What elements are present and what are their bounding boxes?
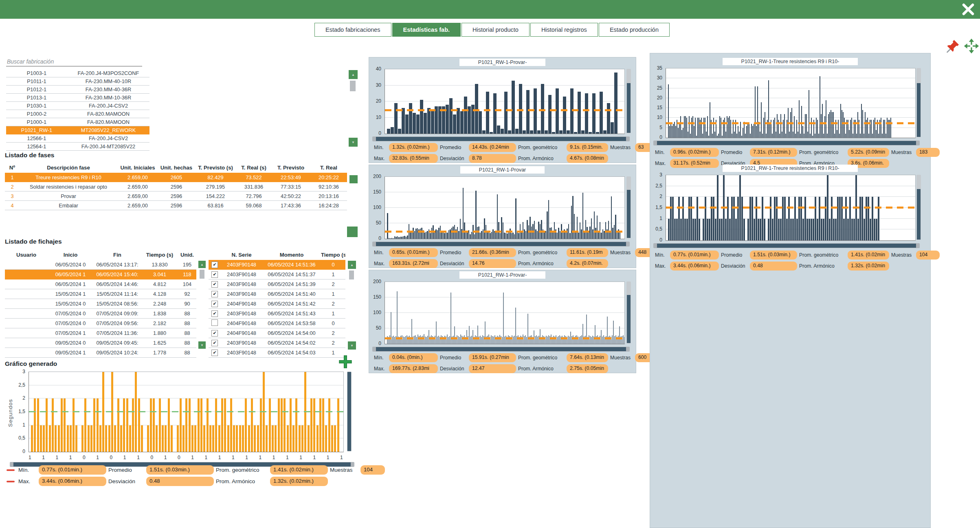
checkbox[interactable]: ✔ [209, 330, 221, 337]
scrollbar-thumb[interactable] [350, 81, 356, 91]
move-icon[interactable] [964, 38, 979, 54]
checkbox[interactable]: ✔ [209, 281, 221, 288]
scroll-up-icon[interactable]: ▲ [348, 261, 356, 269]
close-icon[interactable] [960, 2, 976, 17]
table-row[interactable]: ✔2404F9014806/05/2024 14:54:002 [209, 328, 345, 338]
checkbox[interactable]: ✔ [209, 261, 221, 268]
cell: 06/05/2024 1 [48, 271, 93, 277]
tab-estado-producci-n[interactable]: Estado producción [599, 23, 670, 37]
green-square-button[interactable] [347, 227, 358, 237]
checkbox-box[interactable]: ✔ [211, 291, 218, 297]
table-row[interactable]: 2404F9014806/05/2024 14:53:580 [209, 319, 345, 328]
scrollbar-thumb[interactable] [349, 271, 354, 279]
v-scrollbar[interactable] [626, 69, 631, 133]
cell: 4.128 [141, 291, 178, 297]
search-input[interactable] [6, 57, 142, 66]
checkbox-box[interactable] [211, 319, 218, 326]
table-row[interactable]: 07/05/2024 007/05/2024 09:56:2.18288 [5, 319, 196, 328]
checkbox[interactable]: ✔ [209, 339, 221, 346]
table-row[interactable]: 15/05/2024 115/05/2024 11:14:4.12892 [5, 289, 196, 299]
scroll-down-icon[interactable]: ▼ [349, 138, 358, 147]
checkbox-box[interactable]: ✔ [211, 330, 218, 337]
checkbox-box[interactable]: ✔ [211, 271, 218, 278]
table-row[interactable]: 12566-1FA-200.J4-CSV2 [6, 134, 149, 143]
table-row[interactable]: ✔2403F9014806/05/2024 14:51:371 [209, 270, 345, 279]
table-row[interactable]: 1Treure resistencies R9 i R102.659,00260… [5, 173, 347, 182]
checkbox-box[interactable]: ✔ [211, 281, 218, 288]
checkbox-box[interactable]: ✔ [211, 340, 218, 346]
table-row[interactable]: P1021_RW-1MT2085V22_REWORK [6, 126, 149, 134]
scrollbar-thumb[interactable] [200, 270, 204, 279]
tab-estado-fabricaciones[interactable]: Estado fabricaciones [314, 23, 391, 37]
checkbox[interactable]: ✔ [209, 300, 221, 307]
table-row[interactable]: 06/05/2024 006/05/2024 13:17:13.830195 [5, 260, 196, 270]
scroll-down-icon[interactable]: ▼ [198, 341, 206, 349]
checkbox[interactable]: ✔ [209, 290, 221, 297]
table-row[interactable]: 12564-1FA-200.J4-MT2085V22 [6, 143, 149, 151]
table-row[interactable]: ✔2404F9014806/05/2024 14:51:422 [209, 299, 345, 309]
table-row[interactable]: ✔2403F9014806/05/2024 14:51:360 [209, 260, 345, 270]
cell: 2605 [158, 174, 195, 180]
column-header: Descripción fase [20, 165, 117, 171]
fase-marker-square[interactable] [349, 175, 358, 183]
h-scrollbar[interactable] [372, 136, 630, 141]
table-row[interactable]: P1003-1FA-200.J4-M3POS2CONF [6, 69, 149, 77]
table-row[interactable]: 06/05/2024 106/05/2024 15:40:3.041118 [5, 270, 196, 279]
v-scrollbar[interactable] [916, 68, 921, 137]
tab-estad-sticas-fab-[interactable]: Estadísticas fab. [392, 23, 461, 37]
cell: 07/05/2024 0 [48, 310, 93, 317]
stats-label: Promedio [108, 467, 144, 473]
table-row[interactable]: 2Soldar resistencies i repasar opto2.659… [5, 182, 347, 191]
scroll-up-icon[interactable]: ▲ [198, 261, 206, 268]
table-row[interactable]: P1013-1FA-230.MM-10-36R [6, 94, 149, 102]
checkbox[interactable]: ✔ [209, 271, 221, 278]
checkbox-box[interactable]: ✔ [211, 262, 218, 268]
cell: 2.659,00 [117, 202, 158, 209]
table-row[interactable]: 09/05/2024 009/05/2024 09:45:1.62588 [5, 338, 196, 348]
table-row[interactable]: 3Provar2.659,002596154.22272.79642:50:22… [5, 191, 347, 201]
table-row[interactable]: P1030-1FA-200.J4-CSV2 [6, 102, 149, 110]
bar [833, 112, 834, 138]
table-row[interactable]: ✔2403F9014806/05/2024 14:51:431 [209, 309, 345, 319]
checkbox[interactable] [209, 319, 221, 327]
bar [851, 118, 852, 138]
table-row[interactable]: 4Embalar2.659,00259663.81659.06817:43:36… [5, 201, 347, 210]
table-row[interactable]: P1011-1FA-230.MM-40-10R [6, 77, 149, 86]
chart-panel: P1021_RW-1-Provar- 010203040 Mín.1.32s. … [369, 57, 636, 163]
v-scrollbar[interactable] [916, 175, 921, 240]
table-row[interactable]: ✔2403F9014806/05/2024 14:54:022 [209, 338, 345, 348]
v-scrollbar[interactable] [626, 282, 631, 343]
table-row[interactable]: ✔2403F9014806/05/2024 14:54:031 [209, 348, 345, 358]
bar [794, 116, 795, 138]
table-row[interactable]: ✔2403F9014806/05/2024 14:51:401 [209, 289, 345, 299]
x-tick-label: 1 [69, 455, 72, 460]
table-row[interactable]: ✔2403F9014806/05/2024 14:51:392 [209, 279, 345, 289]
table-row[interactable]: P1000-2FA-820.MAMOON [6, 110, 149, 118]
v-scrollbar[interactable] [626, 176, 631, 238]
table-row[interactable]: 07/05/2024 107/05/2024 11:36:1.88088 [5, 328, 196, 338]
v-scrollbar[interactable] [347, 372, 352, 451]
checkbox-box[interactable]: ✔ [211, 301, 218, 307]
tab-historial-registros[interactable]: Historial registros [530, 23, 598, 37]
h-scrollbar[interactable] [372, 347, 630, 352]
checkbox-box[interactable]: ✔ [211, 350, 218, 356]
h-scrollbar[interactable] [653, 141, 920, 145]
tab-historial-producto[interactable]: Historial producto [461, 23, 530, 37]
scroll-up-icon[interactable]: ▲ [349, 70, 358, 79]
checkbox-box[interactable]: ✔ [211, 310, 218, 317]
table-row[interactable]: 09/05/2024 109/05/2024 10:24:1.77888 [5, 348, 196, 358]
table-row[interactable]: 07/05/2024 007/05/2024 09:09:1.83888 [5, 309, 196, 319]
scroll-down-icon[interactable]: ▼ [348, 341, 356, 350]
table-row[interactable]: P1000-1FA-820.MAMOON [6, 118, 149, 126]
table-row[interactable]: 15/05/2024 015/05/2024 08:56:2.24890 [5, 299, 196, 309]
checkbox[interactable]: ✔ [209, 310, 221, 317]
h-scrollbar[interactable] [372, 242, 630, 246]
right-chart-panel: P1021_RW-1-Treure resistencies R9 i R10-… [650, 53, 931, 528]
table-row[interactable]: 06/05/2024 106/05/2024 14:46:4.812104 [5, 279, 196, 289]
checkbox[interactable]: ✔ [209, 349, 221, 356]
bar [703, 118, 704, 138]
bar [283, 398, 286, 452]
h-scrollbar[interactable] [653, 243, 920, 248]
pin-icon[interactable] [945, 38, 960, 54]
table-row[interactable]: P1012-1FA-230.MM-40-36R [6, 86, 149, 94]
